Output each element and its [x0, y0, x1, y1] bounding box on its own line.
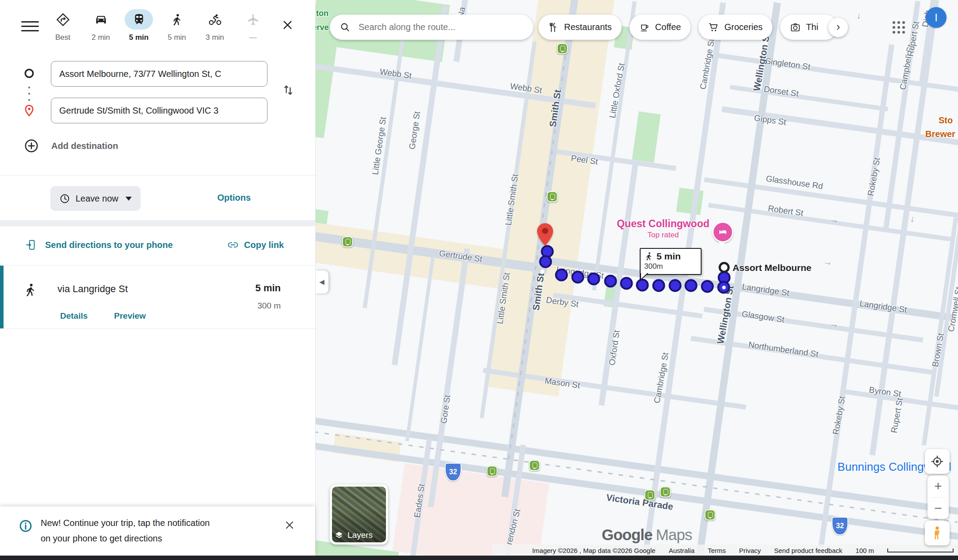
account-avatar[interactable]: I	[926, 7, 947, 28]
attribution-link-terms[interactable]: Terms	[708, 547, 726, 554]
route-option-card[interactable]: via Langridge St 5 min 300 m Details Pre…	[0, 265, 315, 329]
swap-origin-destination-button[interactable]	[279, 81, 298, 100]
attribution-imagery: Imagery ©2026 , Map data ©2026 Google	[532, 547, 656, 554]
pegman-street-view-button[interactable]	[925, 521, 950, 545]
send-directions-button[interactable]: Send directions to your phone	[23, 239, 176, 251]
chip-restaurants[interactable]: Restaurants	[538, 15, 622, 40]
departure-time-dropdown[interactable]: Leave now	[50, 186, 141, 211]
tram-stop-icon[interactable]	[342, 236, 353, 248]
quest-collingwood-label[interactable]: Quest Collingwood Top rated	[617, 218, 710, 240]
route-dot	[588, 273, 600, 286]
scale-text: 100 m	[855, 547, 874, 554]
tram-stop-icon[interactable]	[529, 460, 540, 471]
tram-stop-icon[interactable]	[705, 510, 716, 521]
route-preview-link[interactable]: Preview	[111, 311, 149, 321]
mode-duration-label: 5 min	[168, 33, 186, 42]
mode-tab-walk[interactable]: 5 min	[163, 9, 191, 42]
chip-label: Coffee	[655, 22, 681, 32]
train-icon	[125, 9, 153, 30]
attribution-link-privacy[interactable]: Privacy	[739, 547, 761, 554]
street-label: George St	[407, 111, 422, 150]
close-icon	[282, 19, 294, 31]
attribution-link-australia[interactable]: Australia	[669, 547, 695, 554]
category-chips: RestaurantsCoffeeGroceriesThi	[538, 15, 838, 40]
close-icon	[284, 520, 295, 530]
street-label: Langridge St	[859, 299, 908, 315]
street-label: Singleton St	[765, 56, 811, 72]
route-details-link[interactable]: Details	[57, 311, 90, 321]
my-location-icon	[931, 455, 944, 468]
tram-stop-icon[interactable]	[487, 466, 498, 477]
route-distance: 300 m	[257, 301, 281, 311]
one-way-arrow-icon: →	[829, 214, 839, 225]
chip-label: Groceries	[724, 22, 763, 32]
origin-input[interactable]	[51, 61, 267, 87]
send-to-phone-icon	[26, 239, 37, 251]
mode-duration-label: Best	[55, 33, 70, 42]
mode-duration-label: 5 min	[129, 33, 149, 42]
chip-groceries[interactable]: Groceries	[698, 15, 772, 40]
restaurants-icon	[548, 22, 559, 33]
my-location-button[interactable]	[925, 449, 950, 474]
mode-tab-flight[interactable]: —	[239, 9, 267, 42]
mode-tab-best[interactable]: Best	[49, 9, 77, 42]
walking-icon	[644, 251, 654, 261]
mode-duration-label: 3 min	[206, 33, 224, 42]
origin-marker[interactable]	[719, 262, 730, 273]
swap-arrows-icon	[282, 84, 295, 97]
share-row: Send directions to your phone Copy link	[0, 233, 315, 259]
add-destination-label: Add destination	[51, 141, 118, 151]
search-input[interactable]	[358, 22, 523, 33]
layers-control[interactable]: Layers	[330, 484, 388, 545]
tram-stop-icon[interactable]	[557, 43, 568, 54]
menu-icon[interactable]	[21, 18, 39, 32]
tram-stop-icon[interactable]	[547, 191, 558, 202]
destination-pin[interactable]	[537, 223, 553, 246]
walking-icon	[23, 282, 38, 297]
tram-stop-icon[interactable]	[660, 487, 671, 498]
google-apps-grid-icon[interactable]	[889, 18, 908, 37]
route-dot	[701, 280, 714, 293]
map-canvas[interactable]: Webb StWebb StPeel StSingleton StDorset …	[315, 0, 958, 560]
route-via-label: via Langridge St	[57, 283, 128, 295]
notification-banner: New! Continue your trip, tap the notific…	[0, 507, 315, 556]
hotel-marker-icon[interactable]	[712, 221, 733, 243]
street-label: Brewer	[925, 129, 955, 139]
zoom-out-button[interactable]: −	[927, 498, 949, 519]
route-shield: 32	[832, 517, 848, 535]
selected-route-accent	[0, 266, 4, 328]
search-icon	[340, 22, 351, 33]
collapse-side-panel-button[interactable]: ◀	[315, 270, 328, 293]
notification-close-button[interactable]	[282, 518, 297, 533]
park-area	[632, 111, 661, 163]
tooltip-distance: 300m	[644, 262, 697, 271]
section-separator	[0, 220, 315, 226]
layers-label: Layers	[347, 530, 373, 540]
waypoint-dots	[28, 87, 30, 101]
zoom-in-button[interactable]: +	[927, 476, 949, 497]
close-directions-button[interactable]	[279, 17, 296, 34]
attribution-link-send-product-feedback[interactable]: Send product feedback	[774, 547, 842, 554]
add-destination-button[interactable]: Add destination	[21, 138, 121, 154]
info-icon	[19, 519, 33, 533]
route-start-dot	[540, 269, 545, 274]
copy-link-button[interactable]: Copy link	[225, 239, 286, 251]
chip-coffee[interactable]: Coffee	[630, 15, 691, 40]
google-maps-directions-app: Best2 min5 min5 min3 min— Add destinatio…	[0, 0, 958, 560]
search-along-route	[330, 15, 533, 40]
street-label: Gore St	[439, 394, 453, 424]
route-dot	[539, 255, 552, 268]
mode-tab-transit[interactable]: 5 min	[125, 9, 153, 42]
bike-icon	[201, 9, 229, 30]
more-categories-button[interactable]: ›	[828, 18, 848, 37]
street-label: Rokeby St	[831, 396, 847, 435]
options-button[interactable]: Options	[214, 192, 253, 203]
destination-input[interactable]	[51, 98, 267, 123]
tram-stop-icon[interactable]	[645, 490, 656, 501]
mode-duration-label: 2 min	[92, 33, 110, 42]
directions-icon	[49, 9, 77, 30]
scale-bar	[887, 549, 954, 552]
mode-tab-drive[interactable]: 2 min	[87, 9, 115, 42]
mode-duration-label: —	[249, 33, 257, 42]
mode-tab-bike[interactable]: 3 min	[201, 9, 229, 42]
